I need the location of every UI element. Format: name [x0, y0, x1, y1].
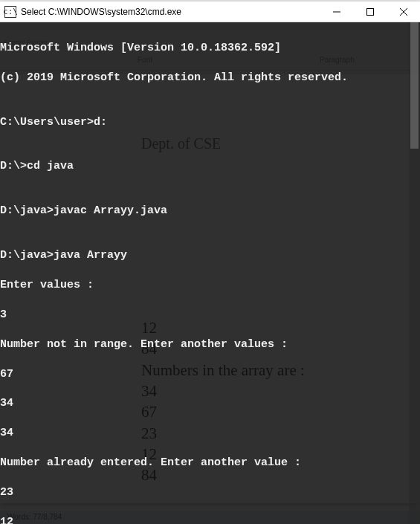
minimize-button[interactable]: [320, 1, 353, 22]
terminal-line: 34: [0, 396, 420, 411]
terminal-line: Number already entered. Enter another va…: [0, 456, 420, 470]
terminal-line: 67: [0, 367, 420, 382]
close-button[interactable]: [387, 1, 420, 22]
terminal-line: D:\java>java Arrayy: [0, 248, 420, 263]
close-icon: [400, 8, 407, 16]
scrollbar-thumb[interactable]: [410, 22, 419, 149]
terminal-line: D:\>cd java: [0, 159, 420, 174]
terminal-line: Number not in range. Enter another value…: [0, 337, 420, 352]
cmd-window: c:\ Select C:\WINDOWS\system32\cmd.exe M…: [0, 1, 420, 503]
terminal-scrollbar[interactable]: [409, 22, 420, 524]
terminal-line: 34: [0, 426, 420, 441]
window-title: Select C:\WINDOWS\system32\cmd.exe: [21, 7, 320, 17]
terminal-line: Microsoft Windows [Version 10.0.18362.59…: [0, 41, 420, 56]
terminal-line: D:\java>javac Arrayy.java: [0, 204, 420, 219]
terminal-line: C:\Users\user>d:: [0, 115, 420, 130]
maximize-icon: [366, 8, 374, 16]
terminal-line: Enter values :: [0, 278, 420, 293]
terminal-body[interactable]: Microsoft Windows [Version 10.0.18362.59…: [0, 22, 420, 524]
terminal-line: 3: [0, 308, 420, 323]
terminal-line: (c) 2019 Microsoft Corporation. All righ…: [0, 71, 420, 85]
svg-rect-1: [366, 8, 373, 15]
minimize-icon: [333, 8, 340, 16]
terminal-line: 12: [0, 515, 420, 524]
cmd-icon: c:\: [4, 6, 16, 18]
terminal-line: 23: [0, 485, 420, 500]
maximize-button[interactable]: [353, 1, 387, 22]
titlebar[interactable]: c:\ Select C:\WINDOWS\system32\cmd.exe: [0, 1, 420, 22]
